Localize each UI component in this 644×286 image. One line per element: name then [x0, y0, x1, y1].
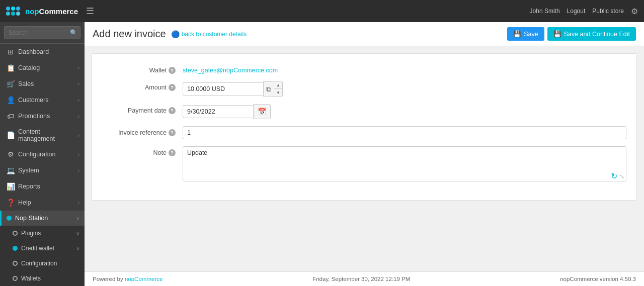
sidebar-item-label: Sales [18, 80, 74, 87]
sidebar-item-customers[interactable]: 👤 Customers › [0, 92, 85, 108]
help-icon: ❓ [7, 199, 15, 207]
sidebar-item-catalog[interactable]: 📋 Catalog › [0, 60, 85, 76]
content-area: Add new invoice 🔵 back to customer detai… [85, 22, 644, 286]
info-circle-icon: 🔵 [171, 30, 180, 38]
public-store-link[interactable]: Public store [592, 8, 624, 15]
sidebar-item-label: Dashboard [18, 48, 79, 55]
amount-up-button[interactable]: ▲ [274, 81, 282, 89]
chevron-right-icon: › [78, 98, 79, 103]
content-icon: 📄 [7, 131, 15, 139]
invoice-reference-label: Invoice reference ? [92, 126, 183, 136]
amount-row: Amount ? ⧉ ▲ ▼ [92, 81, 626, 97]
note-textarea[interactable] [183, 146, 626, 181]
note-row: Note ? ↻ ⤡ [92, 146, 626, 183]
sidebar-search-area: 🔍 [0, 22, 85, 44]
sidebar-item-label: Plugins [21, 230, 72, 237]
chevron-right-icon: › [78, 65, 79, 71]
sidebar-item-system[interactable]: 💻 System › [0, 162, 85, 178]
sidebar-item-label: System [18, 167, 74, 174]
sidebar-item-sales[interactable]: 🛒 Sales › [0, 76, 85, 92]
calendar-icon-button[interactable]: 📅 [253, 104, 271, 119]
hamburger-icon[interactable]: ☰ [86, 6, 94, 17]
sidebar-item-wallets[interactable]: Wallets [0, 271, 85, 286]
sidebar-item-label: Credit wallet [21, 245, 72, 252]
wallet-link[interactable]: steve_gates@nopCommerce.com [183, 64, 278, 74]
amount-label: Amount ? [92, 81, 183, 91]
wallet-label: Wallet ? [92, 64, 183, 74]
save-label: Save [524, 31, 538, 38]
wallets-dot-icon [13, 276, 18, 281]
amount-down-button[interactable]: ▼ [274, 89, 282, 97]
save-icon: 💾 [513, 30, 521, 38]
customers-icon: 👤 [7, 96, 15, 104]
back-to-customer-link[interactable]: 🔵 back to customer details [171, 30, 247, 38]
amount-label-text: Amount [145, 84, 167, 91]
sidebar-item-label: Nop Station [15, 215, 72, 222]
save-button[interactable]: 💾 Save [507, 27, 544, 41]
sidebar-item-content-management[interactable]: 📄 Content management › [0, 124, 85, 146]
amount-copy-button[interactable]: ⧉ [263, 81, 274, 97]
invoice-reference-help-icon[interactable]: ? [169, 129, 176, 136]
nop-station-dot-icon [7, 216, 12, 221]
chevron-down-icon: ∨ [76, 246, 79, 251]
payment-date-input[interactable] [183, 105, 253, 118]
settings-icon[interactable]: ⚙ [631, 7, 638, 16]
configuration-sub-dot-icon [13, 261, 18, 266]
footer-powered-by: Powered by nopCommerce [93, 276, 163, 282]
plugins-dot-icon [13, 231, 18, 236]
amount-help-icon[interactable]: ? [169, 84, 176, 91]
sidebar-item-dashboard[interactable]: ⊞ Dashboard [0, 44, 85, 60]
sidebar-item-promotions[interactable]: 🏷 Promotions › [0, 108, 85, 124]
credit-wallet-dot-icon [13, 246, 18, 251]
resize-handle[interactable]: ⤡ [619, 173, 624, 180]
invoice-reference-label-text: Invoice reference [118, 129, 167, 136]
nopcommerce-link[interactable]: nopCommerce [125, 276, 163, 282]
logout-link[interactable]: Logout [567, 8, 586, 15]
wallet-help-icon[interactable]: ? [169, 67, 176, 74]
sidebar-item-reports[interactable]: 📊 Reports [0, 178, 85, 195]
content-header: Add new invoice 🔵 back to customer detai… [85, 22, 644, 46]
payment-date-label: Payment date ? [92, 104, 183, 114]
footer: Powered by nopCommerce Friday, September… [85, 271, 644, 286]
sidebar-item-nop-station[interactable]: Nop Station ∨ [0, 211, 85, 226]
page-title: Add new invoice [93, 28, 166, 40]
save-continue-button[interactable]: 💾 Save and Continue Edit [547, 27, 636, 41]
sidebar-item-credit-wallet[interactable]: Credit wallet ∨ [0, 241, 85, 256]
wallet-value: steve_gates@nopCommerce.com [183, 64, 626, 74]
chevron-right-icon: › [78, 152, 79, 157]
dashboard-icon: ⊞ [7, 48, 15, 56]
header-buttons: 💾 Save 💾 Save and Continue Edit [507, 27, 636, 41]
back-link-label: back to customer details [182, 31, 247, 38]
sidebar-item-configuration-sub[interactable]: Configuration [0, 256, 85, 271]
brand-prefix: nop [25, 7, 39, 16]
sidebar-item-plugins[interactable]: Plugins ∨ [0, 226, 85, 241]
wallet-row: Wallet ? steve_gates@nopCommerce.com [92, 64, 626, 74]
reports-icon: 📊 [7, 182, 15, 190]
refresh-icon[interactable]: ↻ [611, 171, 617, 181]
powered-by-text: Powered by [93, 276, 123, 282]
save-continue-icon: 💾 [553, 30, 561, 38]
payment-date-help-icon[interactable]: ? [169, 107, 176, 114]
footer-version: nopCommerce version 4.50.3 [560, 276, 636, 282]
invoice-reference-row: Invoice reference ? [92, 126, 626, 139]
sales-icon: 🛒 [7, 80, 15, 88]
sidebar-item-configuration[interactable]: ⚙ Configuration › [0, 146, 85, 162]
note-control: ↻ ⤡ [183, 146, 626, 183]
catalog-icon: 📋 [7, 64, 15, 72]
sidebar-item-label: Wallets [21, 275, 79, 282]
payment-date-row: Payment date ? 📅 [92, 104, 626, 119]
navbar: nopCommerce ☰ John Smith Logout Public s… [0, 0, 644, 22]
sidebar-item-label: Configuration [18, 151, 74, 158]
sidebar-item-help[interactable]: ❓ Help › [0, 195, 85, 211]
header-left: Add new invoice 🔵 back to customer detai… [93, 28, 247, 40]
search-input[interactable] [4, 26, 80, 39]
invoice-reference-input[interactable] [183, 126, 626, 139]
chevron-right-icon: › [78, 114, 79, 119]
amount-input[interactable] [183, 82, 263, 96]
chevron-right-icon: › [78, 168, 79, 173]
brand-text: nopCommerce [25, 7, 78, 16]
note-help-icon[interactable]: ? [169, 149, 176, 156]
configuration-icon: ⚙ [7, 150, 15, 158]
chevron-right-icon: › [78, 200, 79, 206]
promotions-icon: 🏷 [7, 112, 15, 120]
